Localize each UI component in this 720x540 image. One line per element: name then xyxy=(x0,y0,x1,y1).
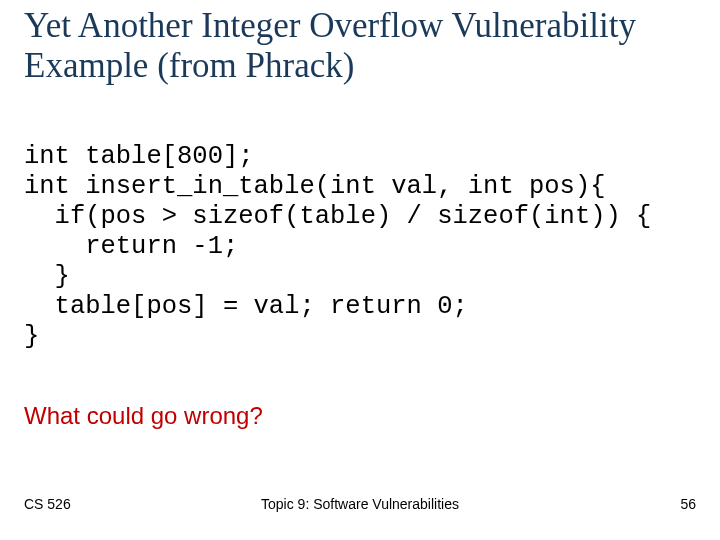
slide: Yet Another Integer Overflow Vulnerabili… xyxy=(0,0,720,540)
slide-title: Yet Another Integer Overflow Vulnerabili… xyxy=(24,6,694,87)
question-text: What could go wrong? xyxy=(24,402,263,430)
code-block: int table[800]; int insert_in_table(int … xyxy=(24,142,696,353)
footer-page-number: 56 xyxy=(680,496,696,512)
footer-topic: Topic 9: Software Vulnerabilities xyxy=(0,496,720,512)
